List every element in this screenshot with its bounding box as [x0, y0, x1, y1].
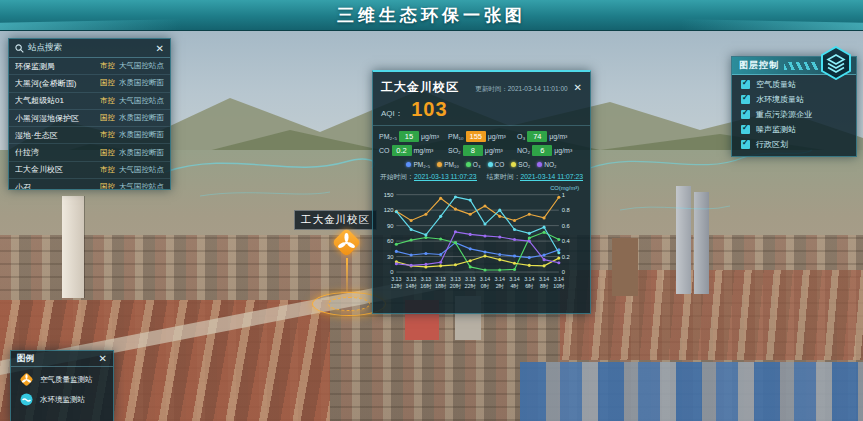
pollutant-cell: O₃74μg/m³ [517, 131, 584, 142]
air-station-marker[interactable] [333, 229, 360, 256]
station-name: 湿地·生态区 [15, 130, 96, 141]
layer-toggle[interactable]: 噪声监测站 [732, 120, 856, 135]
aqi-readout: AQI： 103 [373, 98, 590, 126]
close-icon[interactable]: ✕ [156, 43, 164, 54]
hatch-decor [784, 62, 818, 70]
station-row[interactable]: 小召国控大气国控站点 [9, 179, 170, 189]
layer-toggle[interactable]: 水环境质量站 [732, 90, 856, 105]
station-tag: 市控 [100, 130, 115, 140]
legend-chip-label: O₃ [473, 161, 481, 168]
chart-legend: PM₂.₅PM₁₀O₃COSO₂NO₂ [373, 158, 590, 170]
legend-dot [406, 162, 411, 167]
svg-text:CO(mg/m³): CO(mg/m³) [550, 185, 579, 191]
svg-text:3.14: 3.14 [495, 276, 505, 282]
svg-text:20时: 20时 [450, 283, 462, 289]
svg-text:8时: 8时 [540, 283, 549, 289]
svg-text:3.13: 3.13 [436, 276, 446, 282]
station-row[interactable]: 小黑河湿地保护区国控水质国控断面 [9, 110, 170, 127]
pollutant-cell: NO₂6μg/m³ [517, 145, 584, 156]
legend-dot [511, 162, 516, 167]
pollutant-value: 0.2 [392, 145, 412, 156]
station-row[interactable]: 工大金川校区市控大气国控站点 [9, 162, 170, 179]
legend-chip-NO2[interactable]: NO₂ [537, 161, 556, 168]
pollutant-name: PM₁₀ [448, 133, 464, 140]
pollutant-unit: mg/m³ [414, 147, 434, 154]
legend-item-label: 空气质量监测站 [40, 375, 93, 385]
station-name: 大气超级站01 [15, 95, 96, 106]
time-range-row: 开始时间：2021-03-13 11:07:23 结束时间：2021-03-14… [373, 170, 590, 185]
legend-item: 水环境监测站 [11, 387, 113, 407]
svg-text:0: 0 [390, 269, 393, 275]
end-time: 结束时间：2021-03-14 11:07:23 [487, 172, 584, 182]
legend-chip-label: NO₂ [544, 161, 556, 168]
svg-text:90: 90 [387, 223, 393, 229]
layers-hex-button[interactable] [820, 46, 852, 80]
svg-text:30: 30 [387, 254, 393, 260]
station-search-panel: 站点搜索 ✕ 环保监测局市控大气国控站点大黑河(金桥断面)国控水质国控断面大气超… [8, 38, 171, 190]
station-row[interactable]: 大黑河(金桥断面)国控水质国控断面 [9, 75, 170, 92]
svg-text:3.13: 3.13 [406, 276, 416, 282]
station-detail-popup: 工大金川校区 更新时间：2021-03-14 11:01:00 ✕ AQI： 1… [372, 70, 591, 314]
search-icon [15, 44, 24, 53]
station-type: 水质国控断面 [119, 148, 164, 158]
station-row[interactable]: 什拉湾国控水质国控断面 [9, 144, 170, 161]
svg-text:2时: 2时 [496, 283, 505, 289]
pollutant-cell: SO₂8μg/m³ [448, 145, 515, 156]
station-type: 大气国控站点 [119, 61, 164, 71]
map-marker-label: 工大金川校区 [294, 210, 377, 230]
close-icon[interactable]: ✕ [99, 353, 107, 364]
checkbox-checked-icon [741, 125, 750, 134]
popup-title: 工大金川校区 [381, 79, 459, 96]
pollutant-cell: PM₂.₅15μg/m³ [379, 131, 446, 142]
svg-text:14时: 14时 [406, 283, 418, 289]
svg-text:1: 1 [562, 192, 565, 198]
layer-label: 水环境质量站 [756, 94, 804, 105]
pollutant-value: 74 [527, 131, 547, 142]
legend-chip-PM10[interactable]: PM₁₀ [437, 161, 459, 168]
pollutant-value: 6 [532, 145, 552, 156]
layer-toggle[interactable]: 重点污染源企业 [732, 105, 856, 120]
station-type: 水质国控断面 [119, 113, 164, 123]
pollutant-value: 155 [466, 131, 486, 142]
page-title: 三维生态环保一张图 [0, 4, 863, 27]
station-tag: 市控 [100, 96, 115, 106]
marker-stem [346, 258, 348, 292]
station-tag: 国控 [100, 148, 115, 158]
checkbox-checked-icon [741, 140, 750, 149]
marker-ground-ring-inner [328, 297, 370, 311]
svg-text:150: 150 [384, 192, 394, 198]
pollutant-name: CO [379, 147, 390, 154]
map-legend-panel: 图例 ✕ 空气质量监测站水环境监测站 [10, 350, 114, 421]
end-time-input[interactable]: 2021-03-14 11:07:23 [520, 173, 583, 181]
station-row[interactable]: 大气超级站01市控大气国控站点 [9, 93, 170, 110]
station-row[interactable]: 环保监测局市控大气国控站点 [9, 58, 170, 75]
legend-chip-CO[interactable]: CO [488, 161, 505, 168]
station-row[interactable]: 湿地·生态区市控水质国控断面 [9, 127, 170, 144]
legend-chip-label: SO₂ [518, 161, 530, 168]
pollutant-name: PM₂.₅ [379, 133, 397, 140]
svg-text:0.8: 0.8 [562, 207, 570, 213]
air-station-icon [19, 372, 34, 387]
svg-text:6时: 6时 [525, 283, 534, 289]
legend-item: 空气质量监测站 [11, 367, 113, 387]
legend-chip-O3[interactable]: O₃ [466, 161, 481, 168]
pollutant-name: NO₂ [517, 147, 530, 154]
svg-text:0.2: 0.2 [562, 254, 570, 260]
legend-chip-PM2.5[interactable]: PM₂.₅ [406, 161, 430, 168]
end-time-label: 结束时间： [487, 173, 521, 180]
legend-chip-label: PM₂.₅ [413, 161, 430, 168]
legend-chip-SO2[interactable]: SO₂ [511, 161, 530, 168]
legend-dot [537, 162, 542, 167]
legend-chip-label: CO [495, 161, 505, 168]
start-time: 开始时间：2021-03-13 11:07:23 [380, 172, 477, 182]
station-name: 什拉湾 [15, 147, 96, 158]
svg-text:60: 60 [387, 238, 393, 244]
layer-toggle[interactable]: 行政区划 [732, 135, 856, 150]
svg-text:3.14: 3.14 [509, 276, 519, 282]
pollutant-chart: 030609012015000.20.40.60.81CO(mg/m³)3.13… [379, 185, 582, 303]
svg-text:16时: 16时 [420, 283, 432, 289]
start-time-input[interactable]: 2021-03-13 11:07:23 [414, 173, 477, 181]
station-tag: 市控 [100, 61, 115, 71]
close-icon[interactable]: ✕ [574, 82, 582, 93]
station-name: 小召 [15, 182, 96, 189]
